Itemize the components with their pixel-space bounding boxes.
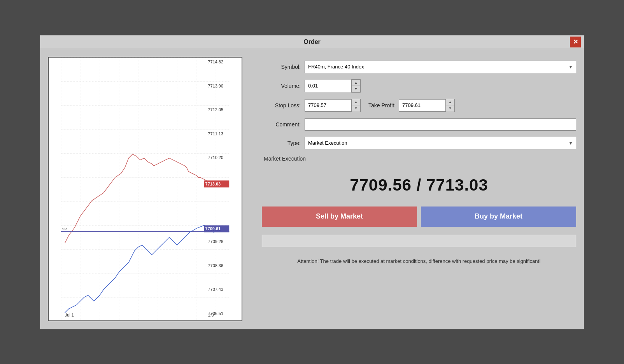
bid-ask-display: 7709.56 / 7713.03: [262, 168, 576, 200]
modal-titlebar: Order ✕: [40, 35, 584, 49]
volume-row: Volume: ▲ ▼: [262, 79, 576, 93]
modal-body: 7714.82 7713.90 7712.05 7711.13 7710.20 …: [40, 49, 584, 329]
symbol-label: Symbol:: [262, 64, 301, 70]
svg-text:SP: SP: [62, 227, 67, 231]
volume-input[interactable]: [305, 80, 351, 92]
attention-text: Attention! The trade will be executed at…: [262, 257, 576, 265]
type-label: Type:: [262, 140, 301, 146]
action-buttons: Sell by Market Buy by Market: [262, 206, 576, 227]
take-profit-spinner: ▲ ▼: [399, 99, 455, 112]
ask-price: 7713.03: [426, 176, 488, 194]
svg-text:7713.90: 7713.90: [208, 83, 223, 88]
chart-container: 7714.82 7713.90 7712.05 7711.13 7710.20 …: [48, 57, 242, 321]
svg-text:1:0: 1:0: [208, 313, 214, 317]
svg-text:7709.61: 7709.61: [205, 226, 221, 231]
type-row: Type: Market Execution ▼: [262, 137, 576, 149]
stop-loss-down-button[interactable]: ▼: [352, 105, 360, 112]
take-profit-down-button[interactable]: ▼: [446, 105, 454, 112]
buy-button[interactable]: Buy by Market: [421, 206, 576, 227]
modal-title: Order: [303, 38, 321, 46]
type-select[interactable]: Market Execution: [305, 137, 576, 149]
stop-loss-up-button[interactable]: ▲: [352, 99, 360, 105]
symbol-select[interactable]: FR40m, France 40 Index: [305, 61, 576, 73]
svg-text:7711.13: 7711.13: [208, 131, 223, 136]
progress-bar: [262, 235, 576, 247]
svg-text:Jul 1: Jul 1: [65, 313, 74, 317]
order-modal: Order ✕: [40, 35, 584, 329]
take-profit-label: Take Profit:: [368, 102, 396, 108]
svg-text:7708.36: 7708.36: [208, 263, 223, 268]
stop-loss-spinner: ▲ ▼: [305, 99, 361, 112]
take-profit-up-button[interactable]: ▲: [446, 99, 454, 105]
svg-text:7707.43: 7707.43: [208, 287, 223, 292]
close-button[interactable]: ✕: [570, 37, 581, 47]
svg-text:7710.20: 7710.20: [208, 155, 223, 160]
stop-loss-spinner-buttons: ▲ ▼: [351, 99, 361, 112]
comment-label: Comment:: [262, 121, 301, 128]
svg-text:7709.28: 7709.28: [208, 239, 223, 244]
comment-input[interactable]: [305, 118, 576, 131]
execution-label-row: Market Execution: [262, 156, 576, 162]
svg-rect-1: [61, 58, 229, 320]
bid-price: 7709.56: [350, 176, 412, 194]
symbol-select-wrapper: FR40m, France 40 Index ▼: [305, 61, 576, 73]
volume-spinner: ▲ ▼: [305, 79, 361, 93]
price-separator: /: [412, 176, 426, 194]
take-profit-group: Take Profit: ▲ ▼: [368, 99, 455, 112]
volume-up-button[interactable]: ▲: [352, 80, 360, 86]
svg-text:7712.05: 7712.05: [208, 107, 223, 112]
chart-svg: 7714.82 7713.90 7712.05 7711.13 7710.20 …: [49, 58, 242, 320]
execution-label: Market Execution: [262, 156, 306, 162]
comment-row: Comment:: [262, 118, 576, 131]
volume-label: Volume:: [262, 83, 301, 89]
stop-loss-label: Stop Loss:: [262, 102, 301, 108]
sell-button[interactable]: Sell by Market: [262, 206, 417, 227]
chart-section: 7714.82 7713.90 7712.05 7711.13 7710.20 …: [48, 57, 250, 321]
svg-text:7714.82: 7714.82: [208, 59, 223, 64]
type-select-wrapper: Market Execution ▼: [305, 137, 576, 149]
volume-down-button[interactable]: ▼: [352, 86, 360, 92]
symbol-row: Symbol: FR40m, France 40 Index ▼: [262, 61, 576, 73]
volume-spinner-buttons: ▲ ▼: [351, 79, 361, 93]
form-section: Symbol: FR40m, France 40 Index ▼ Volume:…: [262, 57, 576, 321]
take-profit-input[interactable]: [399, 99, 445, 112]
take-profit-spinner-buttons: ▲ ▼: [445, 99, 455, 112]
svg-text:7713.03: 7713.03: [205, 182, 221, 186]
stop-loss-take-profit-row: Stop Loss: ▲ ▼ Take Profit: ▲ ▼: [262, 99, 576, 112]
stop-loss-input[interactable]: [305, 99, 351, 112]
